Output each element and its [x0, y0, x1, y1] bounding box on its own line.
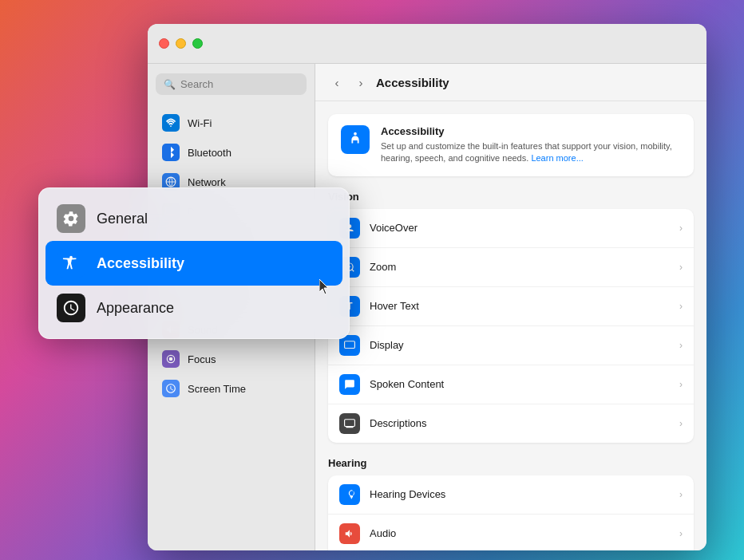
sidebar-item-bluetooth-label: Bluetooth — [188, 147, 232, 159]
maximize-button[interactable] — [192, 38, 203, 49]
wifi-icon — [162, 114, 180, 132]
content-panel: ‹ › Accessibility Accessibility — [315, 64, 706, 550]
spokencontent-chevron: › — [679, 379, 683, 390]
sidebar-item-focus-label: Focus — [188, 353, 216, 365]
hovertext-chevron: › — [679, 301, 683, 312]
audio-chevron: › — [679, 528, 683, 539]
window-titlebar — [148, 24, 706, 64]
hearingdevices-label: Hearing Devices — [370, 488, 679, 500]
popup-item-accessibility[interactable]: Accessibility — [46, 241, 342, 286]
hearingdevices-chevron: › — [679, 489, 683, 500]
hearingdevices-icon — [339, 484, 360, 505]
descriptions-row[interactable]: Descriptions › — [328, 404, 694, 443]
back-button[interactable]: ‹ — [328, 73, 346, 91]
sidebar-item-network-label: Network — [188, 176, 226, 188]
content-body: Accessibility Set up and customize the b… — [315, 101, 706, 550]
sidebar-item-screentime[interactable]: Screen Time — [152, 374, 310, 403]
acc-card-title: Accessibility — [381, 125, 681, 137]
bluetooth-icon — [162, 144, 180, 161]
hovertext-label: Hover Text — [370, 300, 679, 312]
hearing-section-heading: Hearing — [328, 457, 694, 469]
search-icon: 🔍 — [164, 79, 176, 90]
svg-point-3 — [354, 132, 357, 136]
zoom-chevron: › — [679, 262, 683, 273]
accessibility-header-icon — [341, 125, 370, 154]
sidebar-item-wifi-label: Wi-Fi — [188, 117, 212, 129]
popup-item-appearance[interactable]: Appearance — [46, 286, 342, 330]
audio-icon — [339, 523, 360, 544]
descriptions-chevron: › — [679, 418, 683, 429]
minimize-button[interactable] — [176, 38, 186, 49]
voiceover-label: VoiceOver — [370, 222, 679, 234]
spokencontent-label: Spoken Content — [370, 378, 679, 390]
sidebar-item-bluetooth[interactable]: Bluetooth — [152, 138, 310, 167]
descriptions-icon — [339, 413, 360, 434]
hearing-settings-group: Hearing Devices › Audio › — [328, 475, 694, 550]
accessibility-header-card: Accessibility Set up and customize the b… — [328, 114, 694, 176]
popup-accessibility-label: Accessibility — [97, 255, 184, 272]
accessibility-header-text: Accessibility Set up and customize the b… — [381, 125, 681, 165]
spokencontent-row[interactable]: Spoken Content › — [328, 365, 694, 404]
close-button[interactable] — [159, 38, 169, 49]
svg-rect-8 — [346, 427, 353, 428]
search-bar[interactable]: 🔍 — [156, 73, 307, 95]
zoom-row[interactable]: Zoom › — [328, 248, 694, 287]
zoom-label: Zoom — [370, 261, 679, 273]
sidebar-item-screentime-label: Screen Time — [188, 383, 246, 395]
popup-general-icon — [57, 204, 85, 233]
svg-rect-6 — [345, 341, 355, 349]
voiceover-chevron: › — [679, 223, 683, 234]
spokencontent-icon — [339, 374, 360, 395]
display-label: Display — [370, 339, 679, 351]
voiceover-row[interactable]: VoiceOver › — [328, 209, 694, 248]
learn-more-link[interactable]: Learn more... — [531, 153, 583, 163]
search-input[interactable] — [180, 78, 299, 90]
acc-card-description: Set up and customize the built-in featur… — [381, 140, 681, 165]
popup-appearance-icon — [57, 294, 85, 322]
svg-rect-7 — [345, 420, 355, 427]
display-row[interactable]: Display › — [328, 326, 694, 365]
descriptions-label: Descriptions — [370, 417, 679, 429]
hovertext-row[interactable]: T Hover Text › — [328, 287, 694, 326]
audio-row[interactable]: Audio › — [328, 515, 694, 550]
popup-overlay: General Accessibility Appearance — [38, 187, 350, 339]
vision-settings-group: VoiceOver › Zoom › T Hove — [328, 209, 694, 443]
popup-appearance-label: Appearance — [97, 300, 174, 317]
display-chevron: › — [679, 340, 683, 351]
sidebar-item-wifi[interactable]: Wi-Fi — [152, 108, 310, 137]
popup-accessibility-icon — [57, 249, 85, 278]
audio-label: Audio — [370, 527, 679, 539]
forward-button[interactable]: › — [352, 73, 370, 91]
focus-icon — [162, 350, 180, 368]
screentime-icon — [162, 380, 180, 397]
popup-item-general[interactable]: General — [46, 196, 342, 241]
hearingdevices-row[interactable]: Hearing Devices › — [328, 475, 694, 515]
content-header: ‹ › Accessibility — [315, 64, 706, 101]
sidebar-item-focus[interactable]: Focus — [152, 345, 310, 373]
vision-section-heading: Vision — [328, 191, 694, 203]
popup-general-label: General — [97, 211, 148, 227]
page-title: Accessibility — [376, 76, 449, 89]
